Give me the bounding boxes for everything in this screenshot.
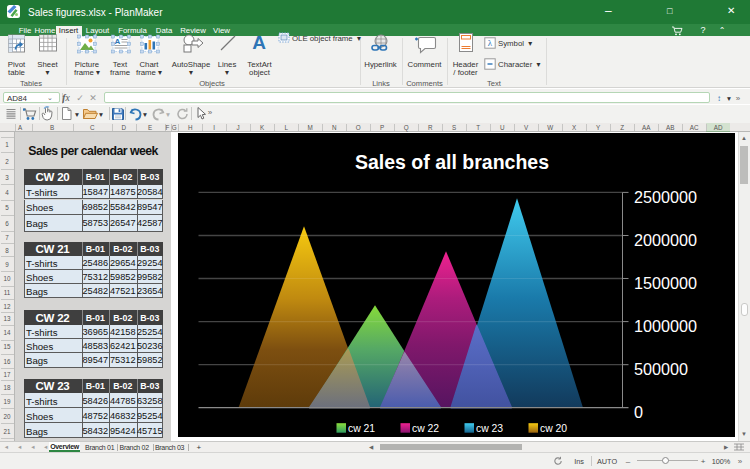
svg-text:1000000: 1000000 bbox=[634, 317, 697, 335]
svg-text:2000000: 2000000 bbox=[634, 231, 697, 249]
svg-text:cw 22: cw 22 bbox=[412, 423, 439, 434]
svg-text:cw 21: cw 21 bbox=[348, 423, 375, 434]
svg-text:cw 23: cw 23 bbox=[476, 423, 503, 434]
svg-text:Sales of all branches: Sales of all branches bbox=[354, 150, 548, 172]
svg-text:1500000: 1500000 bbox=[634, 274, 697, 292]
svg-text:2500000: 2500000 bbox=[634, 188, 697, 206]
svg-text:0: 0 bbox=[634, 403, 643, 421]
svg-text:A: A bbox=[115, 37, 121, 46]
svg-text:500000: 500000 bbox=[634, 360, 688, 378]
svg-text:cw 20: cw 20 bbox=[540, 423, 567, 434]
svg-text:λ: λ bbox=[488, 38, 493, 48]
